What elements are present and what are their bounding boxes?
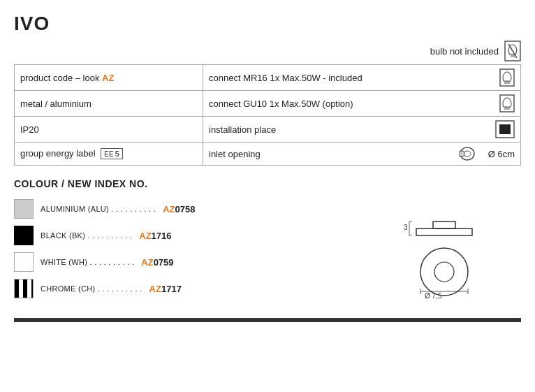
installation-place-icon [495, 120, 515, 138]
connect-mr16-text: connect MR16 1x Max.50W - included [209, 73, 362, 83]
bottom-bar [14, 318, 521, 322]
list-item: BLACK (BK) . . . . . . . . . . AZ1716 [14, 226, 395, 245]
svg-point-22 [434, 262, 454, 282]
colour-list: ALUMINIUM (ALU) . . . . . . . . . . AZ07… [14, 199, 395, 305]
info-table: product code – look AZ connect MR16 1x M… [14, 64, 521, 166]
table-row: group energy label EE 5 inlet opening Ø … [15, 143, 521, 166]
colour-section: ALUMINIUM (ALU) . . . . . . . . . . AZ07… [14, 199, 521, 305]
product-title: IVO [14, 13, 521, 35]
table-row: product code – look AZ connect MR16 1x M… [15, 65, 521, 91]
black-name: BLACK (BK) . . . . . . . . . . [41, 231, 132, 240]
black-code: AZ1716 [139, 231, 171, 241]
inlet-circle-icon [459, 146, 484, 161]
bulb-not-included-icon [504, 41, 521, 61]
diagram-svg: 3 Ø 7,5 [402, 202, 514, 300]
white-swatch [14, 252, 34, 272]
black-swatch [14, 226, 34, 245]
table-row: metal / aluminium connect GU10 1x Max.50… [15, 91, 521, 117]
list-item: WHITE (WH) . . . . . . . . . . AZ0759 [14, 252, 395, 272]
chrome-code: AZ1717 [149, 284, 182, 294]
gu10-bulb-icon [499, 94, 515, 112]
colour-section-title: COLOUR / NEW INDEX NO. [14, 178, 521, 189]
metal-aluminium-label: metal / aluminium [20, 99, 91, 109]
svg-text:Ø 7,5: Ø 7,5 [425, 292, 442, 300]
energy-badge: EE 5 [101, 148, 122, 159]
chrome-name: CHROME (CH) . . . . . . . . . . [41, 284, 142, 293]
aluminium-code: AZ0758 [163, 204, 195, 215]
svg-text:3: 3 [404, 224, 408, 231]
energy-label-text: group energy label [20, 148, 98, 159]
ip20-label: IP20 [20, 124, 39, 135]
product-code-label: product code – look [20, 73, 102, 83]
installation-place-text: installation place [209, 124, 276, 135]
aluminium-swatch [14, 199, 34, 219]
svg-rect-20 [433, 222, 455, 228]
mr16-bulb-icon [499, 68, 515, 87]
bulb-not-included-text: bulb not included [430, 46, 499, 57]
list-item: CHROME (CH) . . . . . . . . . . AZ1717 [14, 279, 395, 298]
inlet-opening-text: inlet opening [209, 149, 261, 159]
svg-rect-14 [459, 151, 464, 157]
connect-gu10-text: connect GU10 1x Max.50W (option) [209, 99, 353, 109]
white-name: WHITE (WH) . . . . . . . . . . [41, 258, 134, 266]
list-item: ALUMINIUM (ALU) . . . . . . . . . . AZ07… [14, 199, 395, 219]
white-code: AZ0759 [141, 257, 173, 268]
svg-rect-11 [499, 124, 511, 134]
aluminium-name: ALUMINIUM (ALU) . . . . . . . . . . [41, 205, 156, 213]
technical-diagram: 3 Ø 7,5 [395, 199, 521, 305]
svg-rect-19 [416, 228, 472, 235]
product-code-highlight: AZ [102, 73, 114, 83]
table-row: IP20 installation place [15, 117, 521, 143]
chrome-swatch [14, 279, 34, 298]
svg-point-21 [420, 248, 468, 296]
inlet-size-value: Ø 6cm [488, 149, 515, 159]
